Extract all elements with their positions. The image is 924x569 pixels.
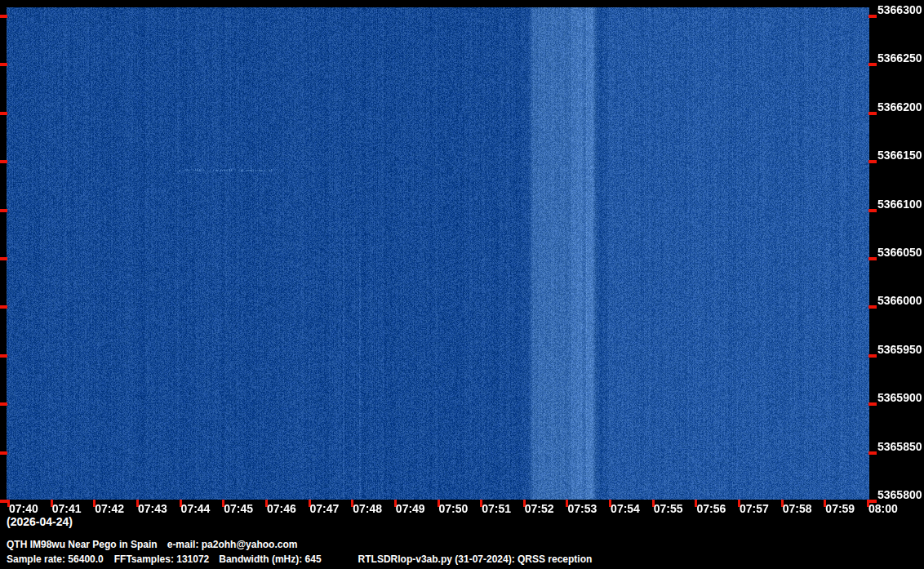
freq-axis-label: 5366050 [877, 247, 922, 259]
freq-tick-left [0, 354, 7, 358]
freq-tick-right [868, 257, 877, 260]
freq-tick-left [0, 451, 7, 455]
freq-tick-left [0, 209, 7, 212]
freq-tick-right [868, 209, 877, 212]
freq-tick-right [868, 15, 877, 18]
freq-tick-right [868, 160, 877, 163]
time-axis-label: 07:57 [740, 503, 769, 515]
time-axis-label: 07:55 [654, 503, 683, 515]
freq-tick-left [0, 160, 7, 163]
freq-axis-label: 5366250 [877, 52, 922, 64]
date-label: (2026-04-24) [7, 516, 73, 528]
freq-tick-left [0, 402, 7, 406]
email-label: e-mail: pa2ohh@yahoo.com [167, 539, 298, 550]
freq-tick-left [0, 257, 7, 260]
time-axis-label: 07:53 [567, 503, 597, 515]
freq-tick-left [0, 305, 7, 309]
freq-axis-label: 5366000 [877, 295, 922, 307]
qth-label: QTH IM98wu Near Pego in Spain [7, 539, 158, 550]
time-axis-label: 07:45 [224, 503, 253, 515]
freq-tick-left [0, 112, 7, 115]
freq-axis-label: 5366100 [877, 198, 922, 211]
freq-axis-label: 5365950 [877, 344, 922, 356]
freq-tick-left [0, 500, 7, 503]
program-label: RTLSDRlop-v3ab.py (31-07-2024): QRSS rec… [358, 553, 593, 565]
settings-info-line: Sample rate: 56400.0 FFTsamples: 131072 … [7, 553, 592, 565]
time-axis-label: 07:44 [181, 503, 211, 515]
time-axis-label: 07:41 [52, 503, 82, 515]
time-axis-label: 07:50 [439, 503, 469, 515]
freq-axis-label: 5366200 [877, 101, 922, 113]
time-axis-label: 07:42 [95, 503, 124, 515]
time-axis-label: 07:59 [825, 503, 855, 515]
freq-axis-label: 5365850 [877, 441, 922, 453]
time-axis-label: 07:48 [353, 503, 382, 515]
time-axis-label: 07:46 [267, 503, 296, 515]
sample-rate-label: Sample rate: 56400.0 [7, 553, 104, 565]
time-axis-label: 07:54 [611, 503, 640, 515]
station-info-line: QTH IM98wu Near Pego in Spain e-mail: pa… [7, 539, 297, 550]
freq-tick-right [868, 112, 877, 115]
time-axis-label: 07:43 [138, 503, 167, 515]
freq-tick-left [0, 63, 7, 66]
freq-tick-right [868, 354, 877, 358]
freq-axis-label: 5366150 [877, 149, 922, 162]
bandwidth-label: Bandwidth (mHz): 645 [219, 553, 321, 565]
time-axis-label: 07:51 [482, 503, 511, 515]
app-window: 5366300536625053662005366150536610053660… [0, 0, 924, 569]
time-axis-label: 07:40 [9, 503, 38, 515]
time-axis-label: 07:56 [696, 503, 726, 515]
time-axis-label: 07:49 [396, 503, 425, 515]
time-axis-label: 08:00 [868, 503, 898, 515]
freq-tick-right [868, 451, 877, 455]
fft-samples-label: FFTsamples: 131072 [114, 553, 210, 565]
freq-axis-label: 5366300 [877, 4, 922, 16]
freq-tick-right [868, 305, 877, 309]
freq-tick-left [0, 15, 7, 18]
freq-axis-label: 5365900 [877, 392, 922, 404]
freq-tick-right [868, 402, 877, 406]
freq-tick-right [868, 63, 877, 66]
time-axis-label: 07:58 [783, 503, 812, 515]
time-axis-label: 07:52 [525, 503, 554, 515]
waterfall-spectrogram [7, 7, 869, 500]
time-axis-label: 07:47 [310, 503, 340, 515]
freq-axis-label: 5365800 [877, 489, 922, 501]
